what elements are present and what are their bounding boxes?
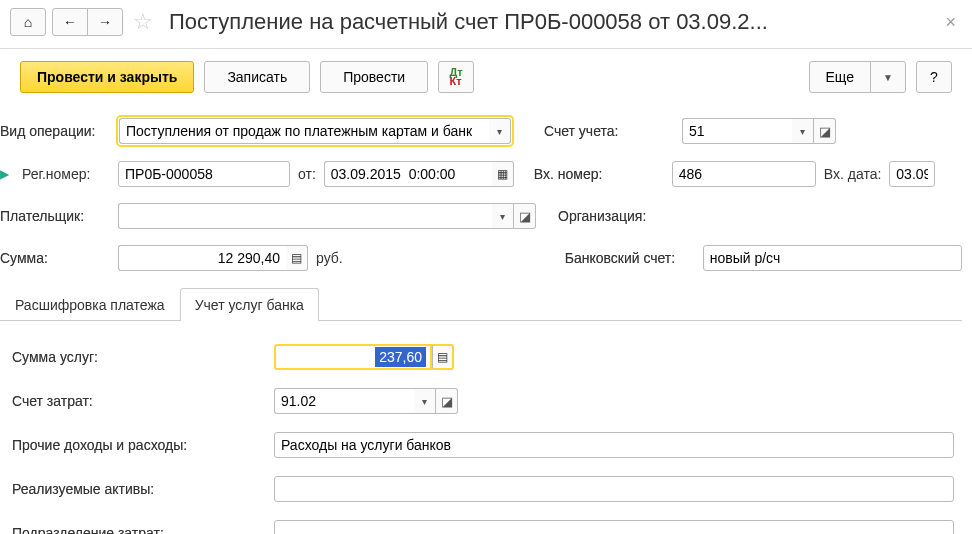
tabs: Расшифровка платежа Учет услуг банка [0,287,962,321]
popout-icon: ◪ [519,209,531,224]
calculator-icon: ▤ [437,350,448,364]
other-inc-input[interactable] [274,432,954,458]
service-sum-value: 237,60 [375,347,426,367]
tab-payment-details[interactable]: Расшифровка платежа [0,288,180,321]
header-bar: ⌂ ← → ☆ Поступление на расчетный счет ПР… [0,0,972,49]
chevron-down-icon: ▾ [800,126,805,137]
bank-acc-input[interactable] [703,245,962,271]
more-dropdown[interactable]: ▼ [870,61,906,93]
from-date-picker[interactable]: ▦ [492,161,514,187]
dtkt-button[interactable]: ДтКт [438,61,474,93]
sum-combo[interactable]: ▤ [118,245,308,271]
bank-acc-label: Банковский счет: [565,250,695,266]
toolbar: Провести и закрыть Записать Провести ДтК… [0,49,972,105]
dtkt-icon: ДтКт [450,68,463,86]
op-type-label: Вид операции: [0,123,110,139]
assets-label: Реализуемые активы: [6,481,266,497]
chevron-down-icon: ▾ [422,396,427,407]
op-type-input[interactable] [119,118,489,144]
service-sum-combo[interactable]: 237,60 ▤ [274,344,454,370]
home-icon: ⌂ [24,14,32,30]
chevron-down-icon: ▼ [883,72,893,83]
chevron-down-icon: ▾ [497,126,502,137]
account-label: Счет учета: [544,123,674,139]
nav-group: ← → [52,8,123,36]
sum-calc-button[interactable]: ▤ [286,245,308,271]
arrow-right-icon: → [98,14,112,30]
in-num-label: Вх. номер: [534,166,664,182]
cost-acc-label: Счет затрат: [6,393,266,409]
payer-combo[interactable]: ▾ ◪ [118,203,536,229]
account-combo[interactable]: ▾ ◪ [682,118,836,144]
calendar-icon: ▦ [497,167,508,181]
payer-popout[interactable]: ◪ [514,203,536,229]
account-popout[interactable]: ◪ [814,118,836,144]
op-type-highlight: ▾ [118,117,512,145]
tab-bank-services[interactable]: Учет услуг банка [180,288,319,321]
payer-input[interactable] [118,203,492,229]
arrow-left-icon: ← [63,14,77,30]
in-date-input[interactable] [889,161,935,187]
service-sum-label: Сумма услуг: [6,349,266,365]
account-dropdown[interactable]: ▾ [792,118,814,144]
save-button[interactable]: Записать [204,61,310,93]
popout-icon: ◪ [819,124,831,139]
calculator-icon: ▤ [287,251,307,265]
currency-label: руб. [316,250,343,266]
forward-button[interactable]: → [87,8,123,36]
close-icon[interactable]: × [939,12,962,33]
from-date-input[interactable] [324,161,492,187]
more-group: Еще ▼ [809,61,907,93]
reg-num-label: Рег.номер: [22,166,110,182]
favorite-star-icon[interactable]: ☆ [129,9,157,35]
home-button[interactable]: ⌂ [10,8,46,36]
more-button[interactable]: Еще [809,61,872,93]
other-inc-label: Прочие доходы и расходы: [6,437,266,453]
service-sum-calc[interactable]: ▤ [432,344,454,370]
cost-acc-input[interactable] [274,388,414,414]
op-type-dropdown[interactable]: ▾ [489,118,511,144]
back-button[interactable]: ← [52,8,88,36]
post-and-close-button[interactable]: Провести и закрыть [20,61,194,93]
account-input[interactable] [682,118,792,144]
sum-input[interactable] [118,245,286,271]
cost-acc-dropdown[interactable]: ▾ [414,388,436,414]
org-label: Организация: [558,208,688,224]
payer-dropdown[interactable]: ▾ [492,203,514,229]
in-date-label: Вх. дата: [824,166,882,182]
cost-acc-popout[interactable]: ◪ [436,388,458,414]
flag-icon: ▶ [0,167,14,181]
dept-label: Подразделение затрат: [6,525,266,534]
service-sum-input[interactable]: 237,60 [274,344,432,370]
tab-body: Сумма услуг: 237,60 ▤ Счет затрат: ▾ ◪ П… [0,321,962,534]
page-title: Поступление на расчетный счет ПР0Б-00005… [163,9,933,35]
from-date-combo[interactable]: ▦ [324,161,514,187]
payer-label: Плательщик: [0,208,110,224]
cost-acc-combo[interactable]: ▾ ◪ [274,388,458,414]
form-area: Вид операции: ▾ Счет учета: ▾ ◪ ▶ Рег.но… [0,105,972,534]
help-button[interactable]: ? [916,61,952,93]
sum-label: Сумма: [0,250,110,266]
in-num-input[interactable] [672,161,816,187]
reg-num-input[interactable] [118,161,290,187]
post-button[interactable]: Провести [320,61,428,93]
dept-input[interactable] [274,520,954,534]
op-type-combo[interactable]: ▾ [119,118,511,144]
popout-icon: ◪ [441,394,453,409]
assets-input[interactable] [274,476,954,502]
chevron-down-icon: ▾ [500,211,505,222]
from-label: от: [298,166,316,182]
